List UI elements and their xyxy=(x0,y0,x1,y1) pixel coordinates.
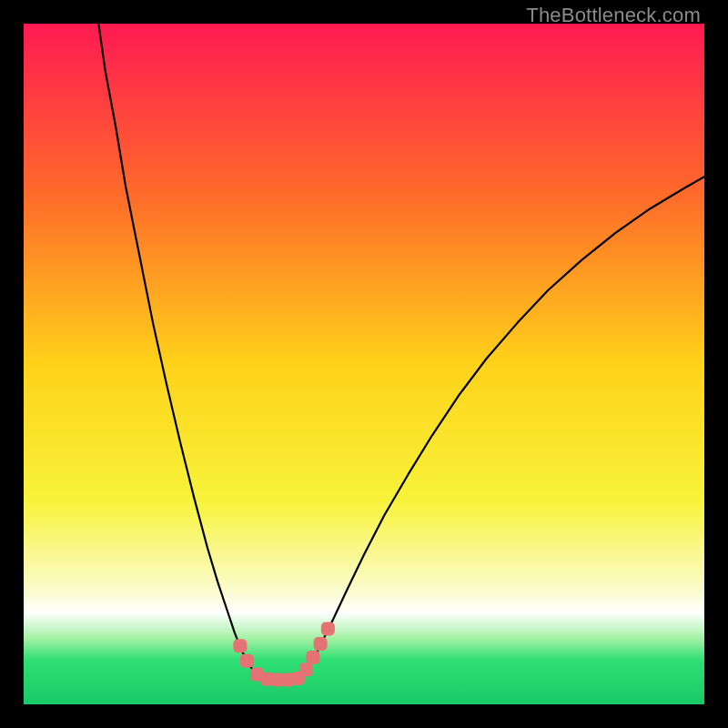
trough-marker xyxy=(321,622,335,635)
trough-marker xyxy=(240,654,254,668)
watermark-text: TheBottleneck.com xyxy=(526,4,701,27)
chart-background xyxy=(24,24,704,704)
trough-marker xyxy=(306,651,319,664)
trough-marker xyxy=(233,639,247,652)
chart-svg xyxy=(24,24,704,704)
chart-frame xyxy=(24,24,704,704)
trough-marker xyxy=(299,662,313,676)
trough-marker xyxy=(314,637,328,651)
